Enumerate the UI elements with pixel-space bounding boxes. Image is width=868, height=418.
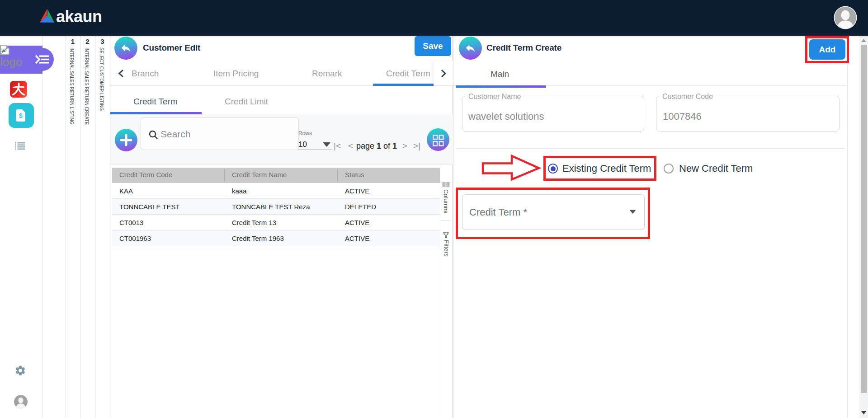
svg-text:$: $ [19, 112, 23, 119]
